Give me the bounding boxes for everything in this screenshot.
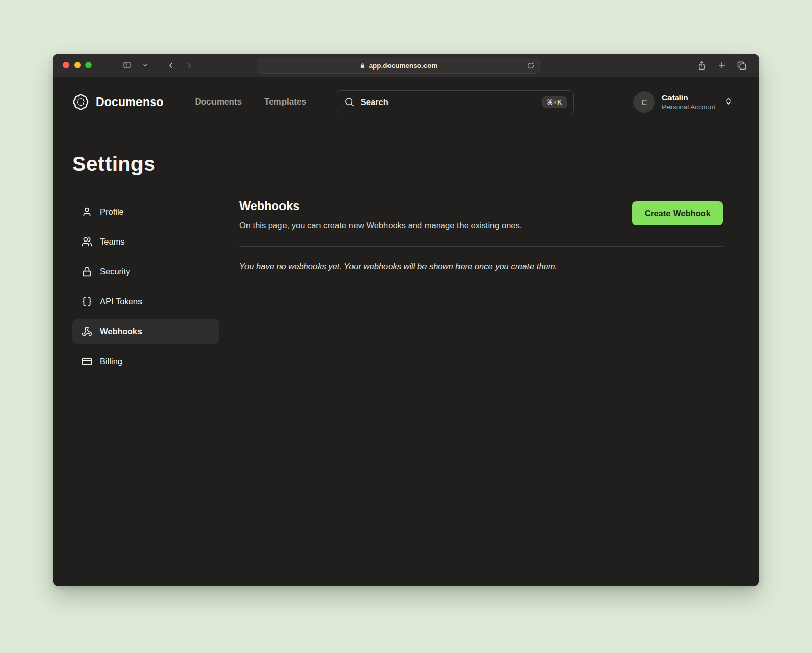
- search-input[interactable]: [361, 97, 542, 107]
- traffic-lights: [63, 62, 92, 68]
- settings-sidebar: Profile Teams Security: [72, 199, 219, 379]
- section-title: Webhooks: [239, 199, 522, 213]
- sidebar-item-label: Webhooks: [100, 327, 142, 336]
- lock-icon: [360, 62, 365, 70]
- brand[interactable]: Documenso: [72, 93, 163, 111]
- main-nav: Documents Templates: [195, 97, 306, 107]
- reload-icon[interactable]: [527, 61, 535, 72]
- app-header: Documenso Documents Templates ⌘+K C Cata…: [53, 77, 759, 127]
- sidebar-item-profile[interactable]: Profile: [72, 199, 219, 224]
- empty-state-text: You have no webhooks yet. Your webhooks …: [239, 262, 723, 271]
- sidebar-item-api-tokens[interactable]: API Tokens: [72, 289, 219, 314]
- users-icon: [81, 236, 92, 247]
- settings-page: Settings Profile Teams: [53, 127, 759, 586]
- tab-overview-icon[interactable]: [734, 58, 749, 73]
- lock-icon: [81, 266, 92, 277]
- account-name: Catalin: [662, 93, 715, 102]
- sidebar-item-label: Teams: [100, 237, 125, 247]
- sidebar-item-security[interactable]: Security: [72, 259, 219, 284]
- nav-templates[interactable]: Templates: [264, 97, 306, 107]
- credit-card-icon: [81, 356, 92, 367]
- section-description: On this page, you can create new Webhook…: [239, 221, 522, 230]
- account-type: Personal Account: [662, 102, 715, 112]
- search-icon: [344, 97, 355, 107]
- sidebar-toggle-icon[interactable]: [119, 58, 134, 73]
- webhooks-panel: Webhooks On this page, you can create ne…: [239, 199, 723, 379]
- close-window-button[interactable]: [63, 62, 69, 68]
- sidebar-chevron-down-icon[interactable]: [137, 58, 153, 73]
- sidebar-item-label: Billing: [100, 357, 122, 366]
- create-webhook-button[interactable]: Create Webhook: [632, 201, 723, 225]
- search-shortcut-badge: ⌘+K: [542, 96, 567, 108]
- share-icon[interactable]: [694, 58, 710, 73]
- back-button[interactable]: [163, 58, 179, 73]
- page-title: Settings: [72, 152, 723, 176]
- search-box[interactable]: ⌘+K: [336, 90, 574, 114]
- url-text: app.documenso.com: [369, 62, 437, 70]
- webhook-icon: [81, 326, 92, 337]
- sidebar-item-label: Security: [100, 267, 130, 277]
- brand-name: Documenso: [96, 95, 163, 109]
- sidebar-item-label: API Tokens: [100, 297, 142, 306]
- documenso-logo-icon: [72, 93, 89, 111]
- braces-icon: [81, 296, 92, 307]
- user-icon: [81, 207, 92, 217]
- new-tab-icon[interactable]: [714, 58, 729, 73]
- chevrons-up-down-icon: [724, 97, 733, 108]
- zoom-window-button[interactable]: [85, 62, 92, 68]
- section-divider: [239, 246, 723, 247]
- sidebar-item-label: Profile: [100, 207, 124, 217]
- chrome-divider: [158, 61, 158, 70]
- address-bar[interactable]: app.documenso.com: [258, 58, 540, 74]
- sidebar-item-webhooks[interactable]: Webhooks: [72, 319, 219, 344]
- sidebar-item-teams[interactable]: Teams: [72, 229, 219, 254]
- minimize-window-button[interactable]: [74, 62, 81, 68]
- forward-button[interactable]: [182, 58, 197, 73]
- account-menu[interactable]: C Catalin Personal Account: [633, 91, 733, 113]
- nav-documents[interactable]: Documents: [195, 97, 242, 107]
- sidebar-item-billing[interactable]: Billing: [72, 349, 219, 374]
- browser-chrome: app.documenso.com: [53, 54, 759, 77]
- avatar: C: [633, 91, 655, 113]
- browser-window: app.documenso.com Documenso: [53, 54, 759, 586]
